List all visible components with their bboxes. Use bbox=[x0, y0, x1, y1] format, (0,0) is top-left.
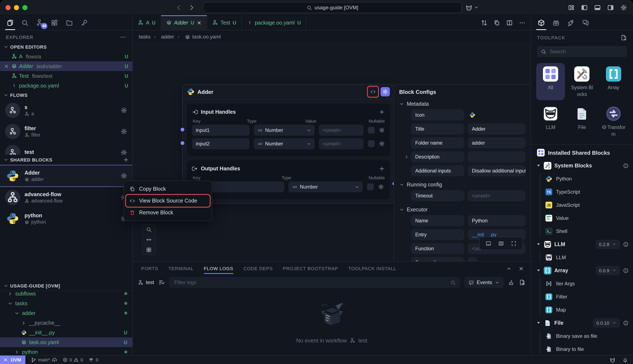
installed-block-item[interactable]: Iter Args bbox=[546, 277, 633, 290]
flow-card[interactable]: s a bbox=[0, 100, 132, 121]
toolpack-search-input[interactable] bbox=[549, 48, 623, 55]
close-window-button[interactable] bbox=[6, 5, 10, 10]
maximize-window-button[interactable] bbox=[22, 5, 28, 10]
toolpack-category-tile[interactable]: Transform bbox=[599, 103, 628, 140]
handle-key-field[interactable]: input2 bbox=[192, 138, 250, 149]
fit-view-icon[interactable] bbox=[146, 237, 152, 243]
fullscreen-icon[interactable] bbox=[511, 240, 517, 246]
launch-tab[interactable] bbox=[566, 16, 575, 30]
rewards-tab[interactable] bbox=[552, 16, 560, 30]
expand-icon[interactable] bbox=[404, 154, 409, 159]
clear-logs-icon[interactable] bbox=[508, 279, 514, 286]
input1-handle-dot[interactable] bbox=[180, 127, 185, 132]
flow-card[interactable]: test bbox=[0, 142, 132, 155]
handle-type-select[interactable]: Number bbox=[288, 181, 363, 192]
installed-block-item[interactable]: Binary save as file bbox=[546, 329, 633, 342]
nullable-checkbox[interactable] bbox=[368, 127, 375, 134]
add-shared-block-icon[interactable] bbox=[123, 157, 129, 163]
handle-settings-icon[interactable] bbox=[378, 184, 384, 190]
config-value[interactable]: Python bbox=[468, 215, 526, 226]
compare-icon[interactable] bbox=[481, 19, 488, 26]
log-level-filter-icon[interactable] bbox=[158, 279, 165, 286]
events-dropdown[interactable]: Events bbox=[464, 277, 504, 288]
breadcrumb-item[interactable]: tasks bbox=[139, 34, 150, 40]
workspace-search[interactable]: usage-guide [OVM] bbox=[203, 2, 462, 13]
installed-block-item[interactable]: Python bbox=[546, 172, 633, 185]
editor-tab[interactable]: package.oo.yaml U bbox=[242, 15, 306, 30]
minimap-icon[interactable] bbox=[498, 240, 504, 246]
duplicate-icon[interactable] bbox=[494, 19, 500, 26]
forward-icon[interactable] bbox=[188, 4, 195, 11]
view-source-code-button[interactable] bbox=[368, 87, 378, 96]
nullable-checkbox[interactable] bbox=[368, 140, 375, 147]
input2-handle-dot[interactable] bbox=[180, 140, 185, 146]
assistant-cat-icon[interactable] bbox=[465, 4, 473, 11]
config-value[interactable]: Adder bbox=[468, 124, 526, 134]
installed-group-header[interactable]: System Blocks bbox=[531, 159, 633, 172]
installed-group-header[interactable]: LLM 0.2.8 bbox=[531, 238, 633, 251]
toggle-right-panel-icon[interactable] bbox=[607, 4, 614, 11]
flow-canvas[interactable]: Adder Input Handles Key Type Value Nulla… bbox=[133, 44, 531, 261]
shared-block-card[interactable]: python python bbox=[0, 208, 132, 229]
shared-block-card[interactable]: Adder adder bbox=[0, 165, 132, 187]
activity-extensions[interactable] bbox=[50, 16, 59, 30]
gear-icon[interactable] bbox=[120, 107, 127, 114]
installed-group-header[interactable]: File 0.0.10 bbox=[531, 316, 633, 329]
back-icon[interactable] bbox=[176, 4, 182, 11]
flow-card[interactable]: filter filter bbox=[0, 121, 132, 142]
installed-block-item[interactable]: LLM bbox=[546, 251, 633, 264]
config-group-header[interactable]: Metadata bbox=[399, 98, 526, 110]
handle-settings-icon[interactable] bbox=[379, 141, 385, 147]
activity-source-control[interactable]: 48 bbox=[36, 16, 44, 30]
panel-tab[interactable]: FLOW LOGS bbox=[204, 262, 234, 275]
add-toolpack-icon[interactable] bbox=[620, 34, 627, 41]
grid-icon[interactable] bbox=[146, 247, 152, 253]
expand-panel-icon[interactable] bbox=[506, 266, 512, 271]
chevron-down-icon[interactable] bbox=[474, 5, 479, 10]
tree-item[interactable]: subflows bbox=[0, 290, 132, 298]
notifications-bell-icon[interactable] bbox=[622, 357, 628, 362]
context-menu-item[interactable]: Copy Block bbox=[126, 183, 210, 195]
toggle-bottom-panel-icon[interactable] bbox=[594, 4, 601, 11]
installed-block-item[interactable]: Map bbox=[546, 303, 633, 316]
activity-explorer[interactable] bbox=[6, 16, 14, 30]
filter-logs-input[interactable] bbox=[174, 279, 450, 286]
config-value[interactable]: adder bbox=[468, 138, 526, 148]
breadcrumb-item[interactable]: adder bbox=[150, 34, 174, 40]
tree-item[interactable]: __init__.py U bbox=[0, 328, 132, 337]
chat-tab[interactable] bbox=[582, 16, 590, 30]
shared-block-card[interactable]: advanced-flow advanced-flow bbox=[0, 187, 132, 208]
export-logs-icon[interactable] bbox=[519, 279, 526, 286]
open-editor-item[interactable]: Test flows/test U bbox=[0, 71, 132, 81]
tree-item[interactable]: tasks bbox=[0, 298, 132, 308]
tree-item[interactable]: python bbox=[0, 347, 132, 355]
panel-tab[interactable]: CODE DEPS bbox=[243, 262, 273, 275]
toolpack-category-tile[interactable]: LLM bbox=[536, 103, 565, 140]
toolpack-category-tile[interactable]: All bbox=[536, 63, 565, 100]
installed-block-item[interactable]: Shell bbox=[546, 224, 633, 238]
tree-item[interactable]: __pycache__ bbox=[0, 318, 132, 328]
toolpack-tab[interactable] bbox=[537, 16, 546, 30]
config-value[interactable]: Disallow additional inputs bbox=[468, 165, 526, 176]
config-value[interactable] bbox=[468, 110, 526, 120]
close-icon[interactable] bbox=[4, 64, 9, 69]
toolpack-category-tile[interactable]: Array bbox=[599, 63, 628, 100]
shared-blocks-header[interactable]: SHARED BLOCKS bbox=[0, 155, 132, 165]
handle-type-select[interactable]: Number bbox=[254, 138, 314, 149]
context-menu-item[interactable]: View Block Source Code bbox=[126, 195, 210, 207]
settings-gear-icon[interactable] bbox=[620, 4, 627, 11]
toolpack-category-tile[interactable]: File bbox=[568, 103, 597, 140]
config-group-header[interactable]: Running config bbox=[399, 179, 526, 190]
activity-search[interactable] bbox=[21, 16, 29, 30]
installed-block-item[interactable]: Value bbox=[546, 212, 633, 224]
version-select[interactable]: 0.0.9 bbox=[596, 266, 620, 275]
version-select[interactable]: 0.0.10 bbox=[593, 318, 620, 328]
editor-tab[interactable]: Test U bbox=[208, 15, 242, 30]
info-icon[interactable] bbox=[623, 162, 629, 168]
panel-tab[interactable]: TERMINAL bbox=[168, 262, 194, 275]
assistant-cat-icon[interactable] bbox=[609, 356, 616, 363]
ovm-status-badge[interactable]: OVM bbox=[0, 356, 25, 364]
context-menu-item[interactable]: Remove Block bbox=[126, 207, 210, 218]
editor-tab[interactable]: A U bbox=[133, 15, 161, 30]
gear-icon[interactable] bbox=[120, 172, 127, 179]
